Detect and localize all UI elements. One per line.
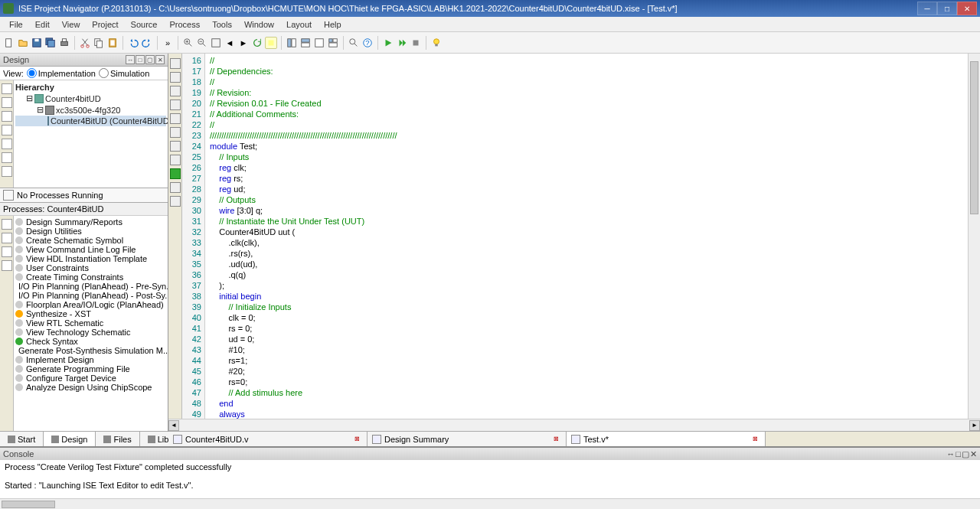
copy-button[interactable] — [93, 37, 105, 49]
vt-btn-4[interactable] — [2, 125, 12, 135]
ed-vt-11[interactable] — [170, 196, 181, 207]
vt-btn-7[interactable] — [2, 166, 12, 177]
layout4-button[interactable] — [327, 37, 339, 49]
menu-window[interactable]: Window — [238, 18, 280, 31]
process-item[interactable]: I/O Pin Planning (PlanAhead) - Post-Sy..… — [15, 291, 166, 300]
run-button[interactable] — [382, 37, 394, 49]
nav-back-button[interactable]: ◄ — [224, 37, 236, 49]
file-tab[interactable]: Counter4BitUD.v⊠ — [168, 432, 368, 446]
tab-close-icon[interactable]: ⊠ — [753, 436, 760, 443]
btab-start[interactable]: Start — [0, 432, 44, 446]
process-item[interactable]: Check Syntax — [15, 337, 166, 346]
maximize-button[interactable]: □ — [937, 2, 957, 15]
layout1-button[interactable] — [286, 37, 298, 49]
vt-btn-1[interactable] — [2, 83, 12, 94]
save-button[interactable] — [31, 37, 43, 49]
process-item[interactable]: Configure Target Device — [15, 374, 166, 383]
hierarchy-tree[interactable]: Hierarchy ⊟ Counter4bitUD ⊟ xc3s500e-4fg… — [14, 80, 168, 188]
tree-project[interactable]: ⊟ Counter4bitUD — [15, 93, 166, 104]
idea-button[interactable] — [430, 37, 443, 49]
find-button[interactable] — [348, 37, 360, 49]
process-item[interactable]: Synthesize - XST — [15, 309, 166, 318]
console-output[interactable]: Process "Create Verilog Test Fixture" co… — [0, 460, 980, 498]
process-item[interactable]: View RTL Schematic — [15, 318, 166, 328]
open-button[interactable] — [17, 37, 29, 49]
process-item[interactable]: Generate Post-Synthesis Simulation M... — [15, 346, 166, 355]
file-tab[interactable]: Design Summary⊠ — [368, 432, 567, 446]
hscroll-right[interactable]: ► — [969, 420, 980, 431]
pvt-4[interactable] — [2, 260, 12, 271]
process-item[interactable]: View Command Line Log File — [15, 245, 166, 254]
code-editor[interactable]: //// Dependencies://// Revision:// Revis… — [205, 54, 968, 419]
undo-button[interactable] — [127, 37, 139, 49]
ed-vt-1[interactable] — [170, 58, 181, 69]
ed-vt-5[interactable] — [170, 113, 181, 124]
zoom-in-button[interactable] — [182, 37, 194, 49]
vt-btn-2[interactable] — [2, 97, 12, 108]
ed-vt-7[interactable] — [170, 141, 181, 152]
menu-view[interactable]: View — [56, 18, 87, 31]
menu-process[interactable]: Process — [163, 18, 206, 31]
zoom-fit-button[interactable] — [210, 37, 222, 49]
processes-tree[interactable]: Design Summary/ReportsDesign UtilitiesCr… — [14, 216, 168, 431]
tab-close-icon[interactable]: ⊠ — [354, 436, 362, 443]
console-horiz-icon[interactable]: ↔ — [946, 449, 955, 459]
menu-help[interactable]: Help — [318, 18, 348, 31]
view-implementation-radio[interactable]: Implementation — [27, 68, 96, 78]
menu-file[interactable]: File — [3, 18, 29, 31]
process-item[interactable]: Implement Design — [15, 355, 166, 364]
minimize-button[interactable]: ─ — [917, 2, 937, 15]
file-tab[interactable]: Test.v*⊠ — [567, 432, 766, 446]
process-item[interactable]: Floorplan Area/IO/Logic (PlanAhead) — [15, 300, 166, 309]
process-item[interactable]: I/O Pin Planning (PlanAhead) - Pre-Syn..… — [15, 282, 166, 291]
process-item[interactable]: Create Schematic Symbol — [15, 236, 166, 245]
panel-horiz-icon[interactable]: ↔ — [126, 55, 135, 64]
pvt-3[interactable] — [2, 246, 12, 257]
hscroll-left[interactable]: ◄ — [168, 420, 179, 431]
process-item[interactable]: Create Timing Constraints — [15, 272, 166, 282]
ed-vt-10[interactable] — [170, 182, 181, 193]
process-item[interactable]: View HDL Instantiation Template — [15, 254, 166, 263]
help-button[interactable]: ? — [361, 37, 374, 49]
process-item[interactable]: View Technology Schematic — [15, 328, 166, 337]
editor-vscrollbar[interactable] — [968, 54, 980, 419]
process-item[interactable]: User Constraints — [15, 263, 166, 272]
new-button[interactable] — [3, 37, 15, 49]
ed-vt-8[interactable] — [170, 155, 181, 165]
layout3-button[interactable] — [313, 37, 325, 49]
ed-vt-check[interactable] — [170, 168, 181, 179]
dbl-arrow-icon[interactable]: » — [162, 37, 174, 49]
process-item[interactable]: Generate Programming File — [15, 364, 166, 374]
highlight-button[interactable] — [265, 37, 277, 49]
ed-vt-6[interactable] — [170, 127, 181, 138]
menu-source[interactable]: Source — [125, 18, 164, 31]
zoom-out-button[interactable] — [196, 37, 208, 49]
ed-vt-2[interactable] — [170, 72, 181, 83]
pvt-1[interactable] — [2, 219, 12, 230]
menu-layout[interactable]: Layout — [280, 18, 318, 31]
ed-vt-4[interactable] — [170, 100, 181, 110]
redo-button[interactable] — [141, 37, 153, 49]
vt-btn-5[interactable] — [2, 139, 12, 149]
menu-project[interactable]: Project — [86, 18, 124, 31]
save-all-button[interactable] — [44, 37, 57, 49]
layout2-button[interactable] — [299, 37, 312, 49]
stop-button[interactable] — [410, 37, 422, 49]
menu-tools[interactable]: Tools — [206, 18, 238, 31]
print-button[interactable] — [58, 37, 70, 49]
process-item[interactable]: Analyze Design Using ChipScope — [15, 383, 166, 392]
menu-edit[interactable]: Edit — [29, 18, 56, 31]
process-item[interactable]: Design Utilities — [15, 227, 166, 236]
console-pin-icon[interactable]: ▢ — [962, 449, 969, 459]
vt-btn-6[interactable] — [2, 152, 12, 163]
cut-button[interactable] — [79, 37, 91, 49]
pvt-2[interactable] — [2, 233, 12, 243]
panel-float-icon[interactable]: □ — [136, 55, 145, 64]
rerun-button[interactable] — [396, 37, 408, 49]
ed-vt-3[interactable] — [170, 86, 181, 96]
console-close-icon[interactable]: ✕ — [970, 449, 977, 459]
editor-hscrollbar[interactable]: ◄ ► — [168, 419, 980, 431]
console-hscrollbar[interactable] — [0, 498, 980, 509]
close-button[interactable]: ✕ — [957, 2, 977, 15]
panel-close-icon[interactable]: ✕ — [155, 55, 165, 64]
